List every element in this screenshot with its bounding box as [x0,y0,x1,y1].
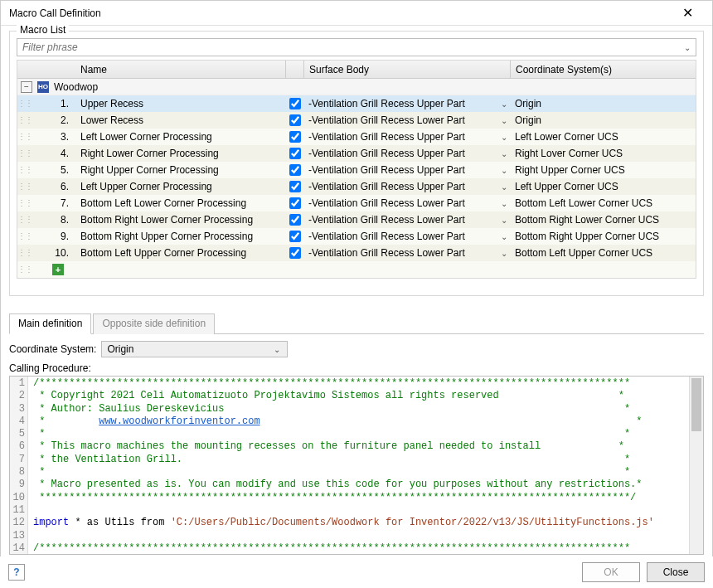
drag-handle-icon[interactable]: ⋮⋮ [17,200,32,207]
row-name[interactable]: Left Lower Corner Processing [74,131,285,143]
drag-handle-icon[interactable]: ⋮⋮ [17,167,32,173]
table-row[interactable]: ⋮⋮4.Right Lower Corner Processing-Ventil… [17,145,696,162]
chevron-down-icon[interactable]: ⌄ [498,166,510,175]
row-surface[interactable]: -Ventilation Grill Recess Upper Part [303,131,498,143]
chevron-down-icon[interactable]: ⌄ [498,199,510,208]
row-cs[interactable]: Right Lover Corner UCS [510,148,696,159]
row-cs[interactable]: Right Upper Corner UCS [510,164,696,176]
table-row[interactable]: ⋮⋮8.Bottom Right Lower Corner Processing… [17,211,696,228]
row-cs[interactable]: Bottom Right Upper Corner UCS [510,231,696,242]
table-row[interactable]: ⋮⋮9.Bottom Right Upper Corner Processing… [17,228,696,245]
row-cs[interactable]: Left Upper Corner UCS [510,181,696,192]
row-surface[interactable]: -Ventilation Grill Recess Lower Part [303,197,498,209]
row-surface[interactable]: -Ventilation Grill Recess Upper Part [303,148,498,159]
table-row[interactable]: ⋮⋮2.Lower Recess-Ventilation Grill Reces… [17,112,696,129]
table-row[interactable]: ⋮⋮7.Bottom Left Lower Corner Processing-… [17,195,696,211]
scrollbar[interactable] [689,377,703,554]
row-name[interactable]: Bottom Right Lower Corner Processing [74,214,285,226]
row-number: 2. [32,114,74,126]
row-cs[interactable]: Bottom Left Lower Corner UCS [510,197,696,209]
ok-button[interactable]: OK [582,562,640,582]
header-name[interactable]: Name [74,64,285,75]
coord-system-select[interactable]: Origin ⌄ [101,341,288,357]
row-checkbox[interactable] [289,164,301,176]
row-surface[interactable]: -Ventilation Grill Recess Lower Part [303,247,498,259]
row-name[interactable]: Lower Recess [74,114,285,126]
drag-handle-icon[interactable]: ⋮⋮ [17,216,32,223]
filter-input-row[interactable]: ⌄ [17,38,696,56]
row-name[interactable]: Upper Recess [74,98,285,109]
row-number: 6. [32,181,74,192]
macro-list-label: Macro List [17,24,69,36]
drag-handle-icon[interactable]: ⋮⋮ [17,150,32,157]
titlebar: Macro Call Definition ✕ [1,1,712,26]
row-name[interactable]: Bottom Left Upper Corner Processing [74,247,285,259]
chevron-down-icon[interactable]: ⌄ [498,232,510,241]
close-icon[interactable]: ✕ [669,2,706,25]
table-row[interactable]: ⋮⋮1.Upper Recess-Ventilation Grill Reces… [17,95,696,112]
row-checkbox[interactable] [289,181,301,192]
chevron-down-icon[interactable]: ⌄ [498,100,510,109]
tab-opposite[interactable]: Opposite side definition [93,313,215,334]
code-content[interactable]: /***************************************… [28,377,689,554]
row-checkbox[interactable] [289,231,301,242]
chevron-down-icon[interactable]: ⌄ [498,149,510,158]
chevron-down-icon[interactable]: ⌄ [272,345,282,354]
row-name[interactable]: Bottom Left Lower Corner Processing [74,197,285,209]
drag-handle-icon[interactable]: ⋮⋮ [17,117,32,124]
row-checkbox[interactable] [289,214,301,226]
chevron-down-icon[interactable]: ⌄ [498,216,510,225]
row-surface[interactable]: -Ventilation Grill Recess Lower Part [303,114,498,126]
row-number: 9. [32,231,74,242]
row-checkbox[interactable] [289,197,301,209]
header-cs[interactable]: Coordinate System(s) [510,61,696,78]
row-number: 7. [32,197,74,209]
drag-handle-icon[interactable]: ⋮⋮ [17,233,32,240]
drag-handle-icon[interactable]: ⋮⋮ [17,183,32,190]
row-surface[interactable]: -Ventilation Grill Recess Lower Part [303,214,498,226]
table-row[interactable]: ⋮⋮3.Left Lower Corner Processing-Ventila… [17,129,696,145]
row-cs[interactable]: Bottom Right Lower Corner UCS [510,214,696,226]
group-row[interactable]: − HO Woodwop [17,79,696,95]
row-surface[interactable]: -Ventilation Grill Recess Upper Part [303,181,498,192]
row-checkbox[interactable] [289,247,301,259]
chevron-down-icon[interactable]: ⌄ [498,133,510,142]
table-row[interactable]: ⋮⋮10.Bottom Left Upper Corner Processing… [17,245,696,261]
row-cs[interactable]: Left Lower Corner UCS [510,131,696,143]
row-cs[interactable]: Origin [510,114,696,126]
filter-input[interactable] [21,41,682,54]
close-button[interactable]: Close [647,562,705,582]
table-row[interactable]: ⋮⋮5.Right Upper Corner Processing-Ventil… [17,162,696,178]
row-surface[interactable]: -Ventilation Grill Recess Upper Part [303,98,498,109]
row-surface[interactable]: -Ventilation Grill Recess Lower Part [303,231,498,242]
row-name[interactable]: Right Lower Corner Processing [74,148,285,159]
drag-handle-icon[interactable]: ⋮⋮ [17,134,32,140]
collapse-icon[interactable]: − [21,81,32,93]
row-checkbox[interactable] [289,98,301,109]
chevron-down-icon[interactable]: ⌄ [498,249,510,258]
row-cs[interactable]: Origin [510,98,696,109]
row-checkbox[interactable] [289,114,301,126]
author-link[interactable]: www.woodworkforinventor.com [99,415,259,427]
macro-list-panel: Macro List ⌄ Name Surface Body Coordinat… [9,31,704,296]
drag-handle-icon[interactable]: ⋮⋮ [17,100,32,107]
chevron-down-icon[interactable]: ⌄ [682,43,692,52]
row-name[interactable]: Right Upper Corner Processing [74,164,285,176]
row-surface[interactable]: -Ventilation Grill Recess Upper Part [303,164,498,176]
header-surface[interactable]: Surface Body [303,61,498,78]
drag-handle-icon[interactable]: ⋮⋮ [17,250,32,256]
tab-main[interactable]: Main definition [9,313,91,334]
code-editor[interactable]: 1 2 3 4 5 6 7 8 9 10 11 12 13 14 /******… [9,376,704,555]
chevron-down-icon[interactable]: ⌄ [498,182,510,192]
scroll-thumb[interactable] [691,378,701,431]
help-button[interactable]: ? [8,564,25,581]
row-cs[interactable]: Bottom Left Upper Corner UCS [510,247,696,259]
table-row[interactable]: ⋮⋮6.Left Upper Corner Processing-Ventila… [17,178,696,195]
chevron-down-icon[interactable]: ⌄ [498,116,510,125]
row-checkbox[interactable] [289,131,301,143]
add-row[interactable]: ⋮⋮ + [17,261,696,278]
row-checkbox[interactable] [289,148,301,159]
row-name[interactable]: Bottom Right Upper Corner Processing [74,231,285,242]
plus-icon[interactable]: + [52,264,64,275]
row-name[interactable]: Left Upper Corner Processing [74,181,285,192]
